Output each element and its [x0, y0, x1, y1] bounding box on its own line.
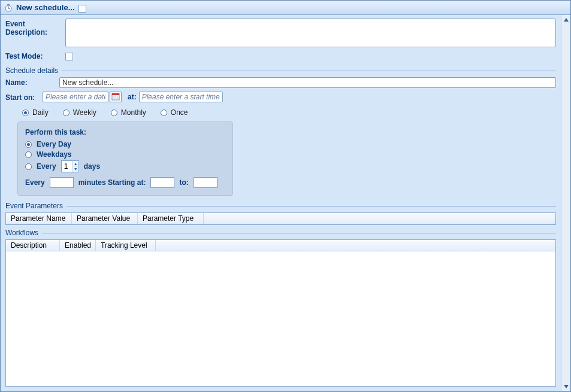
radio-dot-icon: [25, 141, 32, 148]
frequency-monthly-radio[interactable]: Monthly: [111, 108, 146, 117]
name-row: Name:: [5, 77, 556, 88]
col-description[interactable]: Description: [6, 240, 60, 251]
task-every-n-option: Every ▲ ▼ days: [25, 160, 225, 172]
scroll-up-icon[interactable]: [562, 16, 570, 24]
svg-marker-11: [564, 18, 569, 22]
name-label: Name:: [5, 77, 59, 87]
event-description-label: Event Description:: [5, 19, 65, 37]
calendar-button[interactable]: [110, 92, 122, 102]
frequency-daily-radio[interactable]: Daily: [22, 108, 49, 117]
at-label: at:: [125, 93, 139, 101]
workflows-table: Description Enabled Tracking Level: [5, 239, 556, 251]
title-checkbox[interactable]: [78, 5, 86, 13]
svg-rect-1: [7, 4, 10, 5]
calendar-icon: [111, 92, 120, 102]
workflows-header-text: Workflows: [5, 229, 38, 237]
col-spacer: [204, 213, 555, 224]
minutes-row: Every minutes Starting at: to:: [25, 177, 225, 188]
every-n-spinner[interactable]: ▲ ▼: [61, 160, 79, 172]
col-parameter-value[interactable]: Parameter Value: [72, 213, 138, 224]
window-title: New schedule...: [16, 3, 75, 12]
name-input[interactable]: [59, 77, 556, 88]
vertical-scrollbar[interactable]: [561, 15, 570, 391]
radio-dot-icon: [25, 151, 32, 158]
radio-dot-icon: [63, 110, 70, 116]
schedule-details-header-text: Schedule details: [5, 66, 58, 75]
svg-rect-5: [112, 93, 119, 95]
task-weekdays-radio[interactable]: [25, 151, 32, 158]
frequency-weekly-label: Weekly: [73, 108, 96, 117]
start-on-label: Start on:: [5, 92, 43, 102]
test-mode-checkbox[interactable]: [65, 53, 73, 60]
perform-task-panel: Perform this task: Every Day Weekdays: [17, 121, 233, 196]
timer-icon: [4, 4, 13, 12]
frequency-once-label: Once: [171, 108, 188, 117]
task-every-suffix: days: [84, 162, 100, 171]
col-enabled[interactable]: Enabled: [60, 240, 96, 251]
frequency-radio-group: Daily Weekly Monthly Once: [5, 106, 556, 121]
event-parameters-thead: Parameter Name Parameter Value Parameter…: [6, 213, 555, 224]
scroll-down-icon[interactable]: [562, 382, 570, 391]
svg-marker-12: [564, 385, 569, 388]
col-spacer: [156, 240, 555, 251]
spinner-down-icon[interactable]: ▼: [72, 166, 78, 172]
event-parameters-header: Event Parameters: [5, 202, 556, 210]
frequency-monthly-label: Monthly: [121, 108, 146, 117]
workflows-thead: Description Enabled Tracking Level: [6, 240, 555, 251]
start-time-input[interactable]: [139, 92, 223, 102]
radio-dot-icon: [161, 110, 167, 116]
task-weekdays-option: Weekdays: [25, 150, 225, 159]
task-every-day-label: Every Day: [37, 140, 71, 148]
workflows-body: [5, 251, 556, 387]
minutes-start-input[interactable]: [150, 177, 174, 188]
divider: [42, 233, 556, 233]
divider: [67, 206, 556, 206]
radio-dot-icon: [25, 163, 32, 170]
minutes-every-label: Every: [25, 178, 45, 187]
start-date-input[interactable]: [43, 92, 108, 102]
perform-task-header: Perform this task:: [25, 128, 225, 136]
col-parameter-type[interactable]: Parameter Type: [138, 213, 204, 224]
task-every-n-radio[interactable]: [25, 163, 32, 170]
window: New schedule... Event Description: Test …: [0, 0, 571, 392]
minutes-starting-label: minutes Starting at:: [78, 178, 146, 187]
minutes-to-input[interactable]: [194, 177, 217, 188]
start-on-row: Start on: at: [5, 92, 556, 102]
task-every-prefix: Every: [37, 162, 56, 171]
radio-dot-icon: [22, 110, 29, 116]
col-parameter-name[interactable]: Parameter Name: [6, 213, 72, 224]
event-description-row: Event Description:: [5, 19, 556, 47]
content: Event Description: Test Mode: Schedule d…: [1, 15, 561, 391]
col-tracking-level[interactable]: Tracking Level: [96, 240, 156, 251]
minutes-input[interactable]: [50, 177, 74, 188]
test-mode-row: Test Mode:: [5, 51, 556, 60]
event-parameters-header-text: Event Parameters: [5, 202, 63, 210]
minutes-to-label: to:: [179, 178, 188, 187]
task-weekdays-label: Weekdays: [37, 150, 71, 159]
task-every-day-option: Every Day: [25, 140, 225, 148]
test-mode-label: Test Mode:: [5, 51, 65, 60]
titlebar: New schedule...: [1, 1, 570, 15]
frequency-weekly-radio[interactable]: Weekly: [63, 108, 96, 117]
radio-dot-icon: [111, 110, 117, 116]
frequency-once-radio[interactable]: Once: [161, 108, 188, 117]
schedule-details-header: Schedule details: [5, 66, 556, 75]
workflows-header: Workflows: [5, 229, 556, 237]
divider: [62, 71, 556, 71]
event-description-input[interactable]: [65, 19, 556, 47]
task-every-day-radio[interactable]: [25, 141, 32, 148]
event-parameters-table: Parameter Name Parameter Value Parameter…: [5, 212, 556, 225]
spinner-up-icon[interactable]: ▲: [72, 161, 78, 166]
client-area: Event Description: Test Mode: Schedule d…: [1, 15, 570, 391]
frequency-daily-label: Daily: [32, 108, 49, 117]
